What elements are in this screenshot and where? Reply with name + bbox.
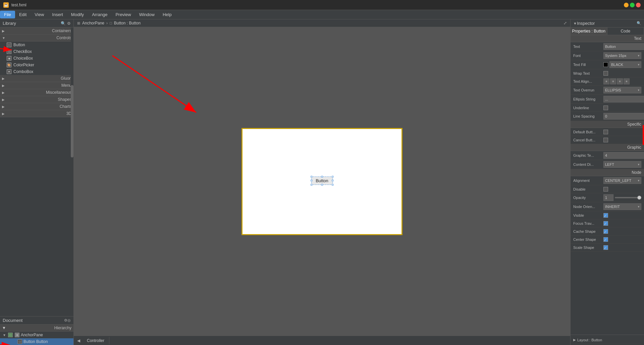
align-center-btn[interactable]: ≡ xyxy=(610,78,616,84)
prop-defaultbtn-checkbox[interactable] xyxy=(603,130,608,134)
prop-graphictext-input[interactable] xyxy=(603,152,644,159)
prop-centershape-checkbox[interactable]: ✓ xyxy=(603,237,608,242)
prop-text-overrun: Text Overrun ELLIPSIS xyxy=(571,86,644,95)
resize-handle-bm[interactable] xyxy=(321,184,323,186)
prop-focustrav-label: Focus Trav... xyxy=(573,221,603,225)
prop-scaleshape-label: Scale Shape xyxy=(573,246,603,250)
menu-window[interactable]: Window xyxy=(135,11,159,18)
library-section-shapes[interactable]: ▶ Shapes xyxy=(0,96,73,103)
anchorpane-icon: □ xyxy=(8,333,13,337)
document-title: Document xyxy=(3,318,64,323)
breadcrumb-maximize-icon[interactable]: ⤢ xyxy=(564,21,567,25)
inspector-search-icon[interactable]: 🔍 xyxy=(637,21,641,25)
resize-handle-tl[interactable] xyxy=(311,176,312,178)
inspector-filter-icon[interactable]: ▼ xyxy=(573,21,577,25)
resize-handle-bl[interactable] xyxy=(311,184,312,186)
prop-visible-checkbox[interactable]: ✓ xyxy=(603,213,608,218)
align-right-btn[interactable]: ≡ xyxy=(617,78,623,84)
prop-textfill-swatch[interactable] xyxy=(603,62,608,67)
prop-opacity: Opacity xyxy=(571,193,644,202)
resize-handle-br[interactable] xyxy=(332,184,333,186)
hierarchy-anchorpane[interactable]: ▼ □ ⊞ AnchorPane xyxy=(0,332,73,338)
prop-alignment-select[interactable]: CENTER_LEFT xyxy=(603,177,641,184)
close-button[interactable] xyxy=(636,3,641,7)
expand-left-icon[interactable]: ◀ xyxy=(77,338,80,343)
prop-font-select[interactable]: System 15px xyxy=(603,52,641,59)
library-settings-icon[interactable]: ⚙ xyxy=(67,21,71,26)
minimize-button[interactable] xyxy=(624,3,629,7)
prop-focustrav-checkbox[interactable]: ✓ xyxy=(603,221,608,226)
anchorpane-expand[interactable]: ▼ xyxy=(3,333,7,337)
align-justify-btn[interactable]: ≡ xyxy=(624,78,630,84)
menu-insert[interactable]: Insert xyxy=(48,11,67,18)
align-left-btn[interactable]: ≡ xyxy=(603,78,609,84)
library-scrollbar[interactable] xyxy=(71,27,73,316)
library-item-combobox[interactable]: ▼ ComboBox xyxy=(0,68,73,75)
menu-edit[interactable]: Edit xyxy=(15,11,31,18)
resize-handle-mr[interactable] xyxy=(332,180,333,182)
library-search-icon[interactable]: 🔍 xyxy=(61,21,66,26)
inspector-filter-icons[interactable]: 🔍 xyxy=(637,21,641,25)
library-section-menu[interactable]: ▶ Menu xyxy=(0,82,73,89)
document-header: Document ⚙◎ xyxy=(0,317,73,325)
button-widget[interactable]: Button xyxy=(311,177,333,185)
tab-controller[interactable]: Controller xyxy=(82,337,109,344)
prop-disable-checkbox[interactable] xyxy=(603,187,608,192)
library-item-button[interactable]: □ Button xyxy=(0,42,73,48)
prop-nodeorient-select[interactable]: INHERIT xyxy=(603,203,641,210)
maximize-button[interactable] xyxy=(630,3,635,7)
prop-linespacing-input[interactable] xyxy=(603,113,644,120)
prop-cancelbtn-checkbox[interactable] xyxy=(603,138,608,142)
library-section-gluon[interactable]: ▶ Gluon xyxy=(0,75,73,82)
checkbox-item-icon: ☑ xyxy=(7,49,11,54)
menu-arrange[interactable]: Arrange xyxy=(88,11,111,18)
hierarchy-header: ▼ Hierarchy xyxy=(0,325,73,332)
library-section-controls[interactable]: ▼ Controls xyxy=(0,34,73,42)
library-section-charts[interactable]: ▶ Charts xyxy=(0,103,73,110)
prop-wraptext-checkbox[interactable] xyxy=(603,71,608,76)
prop-opacity-input[interactable] xyxy=(603,194,613,201)
prop-cacheshape-checkbox[interactable]: ✓ xyxy=(603,229,608,234)
document-settings-icon[interactable]: ⚙◎ xyxy=(64,318,71,323)
breadcrumb-anchorpane[interactable]: AnchorPane xyxy=(82,21,104,25)
menu-help[interactable]: Help xyxy=(159,11,176,18)
library-scrollbar-thumb[interactable] xyxy=(71,85,73,157)
tab-code[interactable]: Code xyxy=(607,27,644,35)
left-panel: Library 🔍 ⚙ ▶ Containers ▼ Controls □ xyxy=(0,19,74,345)
library-item-checkbox[interactable]: ☑ CheckBox xyxy=(0,48,73,55)
resize-handle-ml[interactable] xyxy=(311,180,312,182)
prop-graphic-text: Graphic Te... xyxy=(571,151,644,160)
prop-underline-checkbox[interactable] xyxy=(603,106,608,110)
library-section-containers[interactable]: ▶ Containers xyxy=(0,27,73,34)
prop-scaleshape-checkbox[interactable]: ✓ xyxy=(603,245,608,250)
library-header-icons[interactable]: 🔍 ⚙ xyxy=(61,21,71,26)
library-item-choicebox[interactable]: ◉ ChoiceBox xyxy=(0,55,73,62)
prop-opacity-slider[interactable] xyxy=(615,197,641,198)
resize-handle-tr[interactable] xyxy=(332,176,333,178)
hierarchy-button[interactable]: □ Button Button xyxy=(0,338,73,345)
prop-ellipsis-input[interactable] xyxy=(603,96,644,102)
prop-opacity-thumb[interactable] xyxy=(637,196,641,200)
prop-textoverrun-select[interactable]: ELLIPSIS xyxy=(603,87,641,93)
prop-textfill-select[interactable]: BLACK xyxy=(609,61,641,68)
menu-modify[interactable]: Modify xyxy=(67,11,88,18)
menu-file[interactable]: File xyxy=(0,11,15,18)
library-section-3d[interactable]: ▶ 3D xyxy=(0,110,73,117)
shapes-label: Shapes xyxy=(58,97,71,102)
section-title-text: Text xyxy=(571,35,644,42)
breadcrumb-button[interactable]: Button : Button xyxy=(114,21,141,25)
main-layout: Library 🔍 ⚙ ▶ Containers ▼ Controls □ xyxy=(0,19,644,345)
expand-layout-icon[interactable]: ▶ xyxy=(573,338,576,342)
menu-preview[interactable]: Preview xyxy=(111,11,135,18)
charts-label: Charts xyxy=(60,104,71,109)
svg-line-5 xyxy=(112,56,196,113)
canvas-area[interactable]: Button xyxy=(74,27,570,336)
prop-text-input[interactable] xyxy=(603,43,644,50)
colorpicker-item-icon: 🎨 xyxy=(7,63,11,67)
tab-properties[interactable]: Properties : Button xyxy=(571,27,607,35)
library-section-misc[interactable]: ▶ Miscellaneous xyxy=(0,89,73,96)
resize-handle-tm[interactable] xyxy=(321,176,323,178)
library-item-colorpicker[interactable]: 🎨 ColorPicker xyxy=(0,62,73,68)
menu-view[interactable]: View xyxy=(31,11,48,18)
prop-contentdisp-select[interactable]: LEFT xyxy=(603,161,641,168)
